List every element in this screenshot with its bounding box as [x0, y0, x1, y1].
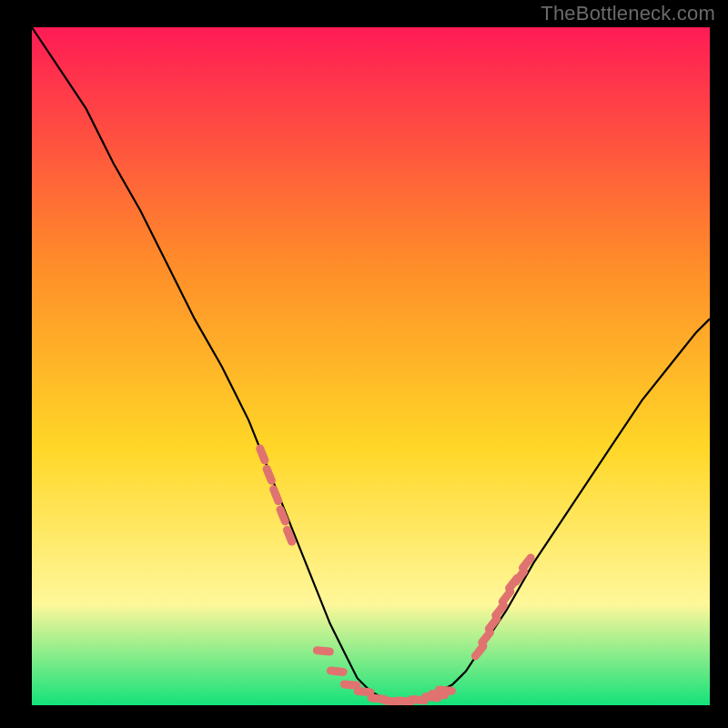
marker-dash — [440, 690, 452, 691]
marker-dash — [288, 530, 292, 541]
marker-dash — [267, 469, 271, 480]
background-gradient — [32, 27, 710, 705]
marker-dash — [330, 671, 343, 672]
marker-dash — [358, 692, 370, 693]
watermark-text: TheBottleneck.com — [541, 2, 715, 25]
marker-dash — [280, 510, 285, 521]
chart-svg — [0, 0, 728, 728]
frame-left — [0, 0, 32, 728]
frame-bottom — [0, 705, 728, 728]
marker-dash — [344, 684, 357, 685]
marker-dash — [317, 651, 329, 652]
marker-dash — [274, 490, 278, 501]
marker-dash — [260, 449, 265, 460]
chart-stage: TheBottleneck.com — [0, 0, 728, 728]
